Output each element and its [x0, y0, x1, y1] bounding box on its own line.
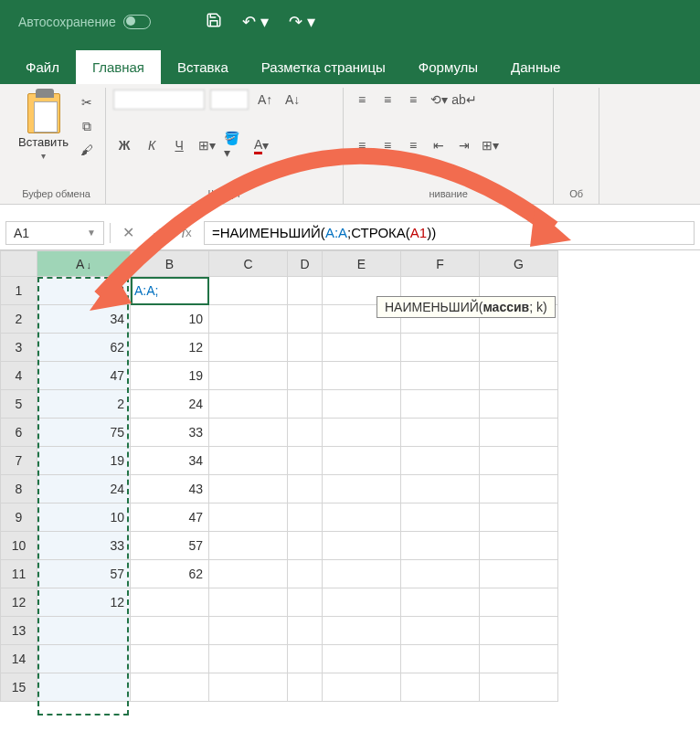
cell[interactable] [209, 362, 288, 390]
tab-home[interactable]: Главная [76, 50, 161, 84]
cell[interactable]: 47 [131, 504, 209, 532]
formula-input[interactable]: =НАИМЕНЬШИЙ(А:А;СТРОКА(A1)) [204, 221, 695, 245]
cell[interactable] [209, 305, 288, 334]
cell[interactable] [323, 390, 401, 419]
row-header[interactable]: 13 [1, 617, 37, 645]
cell[interactable] [401, 334, 480, 362]
align-right-icon[interactable]: ≡ [402, 135, 424, 155]
column-header-d[interactable]: D [288, 251, 323, 277]
cell[interactable]: 33 [37, 532, 131, 560]
cell[interactable] [323, 334, 401, 362]
cell[interactable] [288, 447, 323, 475]
cell[interactable] [323, 419, 401, 447]
paste-button[interactable]: Вставить ▾ [15, 90, 72, 164]
cell[interactable]: 12 [37, 588, 131, 617]
cell[interactable] [288, 277, 323, 305]
cell[interactable] [131, 673, 209, 702]
cell[interactable] [288, 560, 323, 588]
row-header[interactable]: 1 [1, 277, 37, 305]
cell[interactable]: 10 [131, 305, 209, 334]
cell[interactable] [323, 532, 401, 560]
cell[interactable] [288, 305, 323, 334]
cell[interactable]: 12 [131, 334, 209, 362]
cell[interactable]: 43 [131, 475, 209, 504]
cell[interactable] [401, 645, 480, 673]
cell[interactable] [131, 588, 209, 617]
cell[interactable] [480, 334, 558, 362]
align-middle-icon[interactable]: ≡ [377, 90, 398, 110]
increase-font-icon[interactable]: A↑ [254, 90, 276, 110]
cell[interactable] [288, 362, 323, 390]
cell[interactable] [131, 645, 209, 673]
font-name-select[interactable] [113, 90, 205, 110]
select-all-corner[interactable] [1, 251, 37, 277]
cell[interactable] [288, 588, 323, 617]
orientation-icon[interactable]: ⟲▾ [428, 90, 450, 110]
fx-icon[interactable]: fx [175, 221, 198, 245]
cut-icon[interactable]: ✂ [78, 93, 96, 111]
row-header[interactable]: 7 [1, 447, 37, 475]
cell[interactable] [131, 617, 209, 645]
cell[interactable] [401, 588, 480, 617]
cell[interactable] [288, 419, 323, 447]
cell[interactable] [480, 419, 558, 447]
cell[interactable] [323, 645, 401, 673]
cell[interactable] [401, 390, 480, 419]
cell[interactable] [288, 532, 323, 560]
chevron-down-icon[interactable]: ▼ [87, 228, 96, 238]
cell[interactable] [401, 475, 480, 504]
cell[interactable] [480, 560, 558, 588]
enter-icon[interactable]: ✓ [145, 221, 169, 245]
tab-insert[interactable]: Вставка [161, 50, 245, 84]
cell[interactable] [480, 504, 558, 532]
cell[interactable] [209, 447, 288, 475]
cell[interactable] [480, 532, 558, 560]
row-header[interactable]: 9 [1, 504, 37, 532]
cell[interactable] [323, 504, 401, 532]
column-header-b[interactable]: B [131, 251, 209, 277]
autosave-toggle[interactable]: Автосохранение [18, 15, 151, 29]
cell[interactable]: 47 [37, 362, 131, 390]
cell[interactable] [401, 419, 480, 447]
cell[interactable] [209, 588, 288, 617]
column-header-c[interactable]: C [209, 251, 288, 277]
format-painter-icon[interactable]: 🖌 [78, 141, 96, 159]
cell[interactable]: 2 [37, 390, 131, 419]
copy-icon[interactable]: ⧉ [78, 117, 96, 135]
cell[interactable] [323, 560, 401, 588]
cell[interactable] [323, 617, 401, 645]
cell[interactable] [209, 645, 288, 673]
row-header[interactable]: 14 [1, 645, 37, 673]
toggle-switch-icon[interactable] [123, 15, 151, 29]
cell[interactable] [480, 588, 558, 617]
cell[interactable]: 62 [131, 560, 209, 588]
borders-icon[interactable]: ⊞▾ [196, 135, 217, 155]
cell[interactable]: 24 [37, 475, 131, 504]
row-header[interactable]: 2 [1, 305, 37, 334]
cell[interactable] [288, 390, 323, 419]
cell[interactable] [288, 334, 323, 362]
cell[interactable] [37, 617, 131, 645]
italic-button[interactable]: К [141, 135, 163, 155]
cell[interactable] [209, 504, 288, 532]
cell[interactable] [37, 673, 131, 702]
cell[interactable] [209, 560, 288, 588]
cell[interactable] [480, 673, 558, 702]
cell[interactable] [323, 362, 401, 390]
cell[interactable]: 57 [131, 532, 209, 560]
row-header[interactable]: 8 [1, 475, 37, 504]
cell[interactable]: 10 [37, 504, 131, 532]
cell[interactable] [288, 475, 323, 504]
cell[interactable] [209, 419, 288, 447]
cell[interactable] [401, 504, 480, 532]
align-top-icon[interactable]: ≡ [351, 90, 373, 110]
cell[interactable] [209, 673, 288, 702]
cell[interactable] [323, 447, 401, 475]
cell[interactable] [323, 475, 401, 504]
merge-icon[interactable]: ⊞▾ [479, 135, 501, 155]
column-header-a[interactable]: A↓ [37, 251, 131, 277]
cell[interactable] [401, 447, 480, 475]
row-header[interactable]: 5 [1, 390, 37, 419]
cell[interactable] [401, 362, 480, 390]
cell[interactable]: 62 [37, 334, 131, 362]
